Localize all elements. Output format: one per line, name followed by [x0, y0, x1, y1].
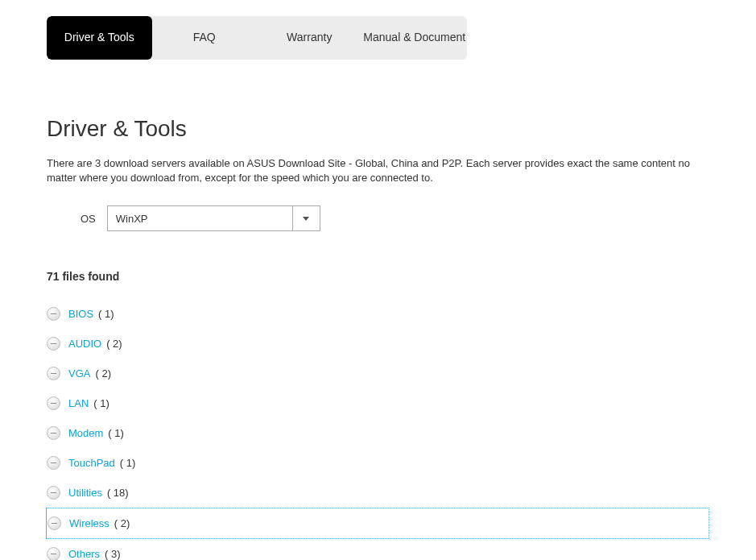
collapse-icon[interactable] — [47, 367, 60, 380]
category-count: ( 18) — [107, 487, 129, 499]
category-item-lan: LAN ( 1) — [47, 388, 709, 418]
tab-warranty[interactable]: Warranty — [257, 16, 362, 60]
tab-manual-document[interactable]: Manual & Document — [362, 16, 468, 60]
category-item-bios: BIOS ( 1) — [47, 299, 709, 329]
category-item-modem: Modem ( 1) — [47, 418, 709, 448]
collapse-icon[interactable] — [48, 516, 61, 530]
category-name[interactable]: Others — [68, 548, 100, 560]
category-item-audio: AUDIO ( 2) — [47, 329, 709, 359]
category-name[interactable]: Modem — [68, 427, 103, 439]
collapse-icon[interactable] — [47, 547, 60, 560]
category-name[interactable]: VGA — [68, 367, 90, 380]
category-item-utilities: Utilities ( 18) — [47, 478, 709, 508]
category-list: BIOS ( 1) AUDIO ( 2) VGA ( 2) LAN ( 1) M… — [47, 299, 709, 560]
category-count: ( 1) — [120, 457, 136, 469]
os-label: OS — [81, 213, 96, 225]
os-select[interactable]: WinXP — [107, 205, 320, 231]
category-item-vga: VGA ( 2) — [47, 359, 709, 388]
os-select-value: WinXP — [108, 206, 292, 230]
category-name[interactable]: TouchPad — [68, 457, 115, 469]
category-count: ( 3) — [105, 548, 121, 560]
category-item-wireless: Wireless ( 2) — [46, 508, 709, 539]
os-select-button[interactable] — [292, 206, 320, 230]
category-item-others: Others ( 3) — [47, 539, 709, 560]
description: There are 3 download servers available o… — [47, 156, 709, 187]
category-name[interactable]: BIOS — [68, 308, 93, 320]
os-row: OS WinXP — [81, 205, 709, 231]
category-count: ( 2) — [106, 338, 122, 350]
category-count: ( 1) — [108, 427, 124, 439]
files-found-label: 71 files found — [47, 270, 709, 283]
category-count: ( 2) — [114, 517, 130, 529]
collapse-icon[interactable] — [47, 337, 60, 351]
collapse-icon[interactable] — [47, 396, 60, 410]
tab-faq[interactable]: FAQ — [152, 16, 258, 60]
category-name[interactable]: Wireless — [69, 517, 109, 529]
collapse-icon[interactable] — [47, 486, 60, 500]
page-title: Driver & Tools — [47, 116, 709, 142]
category-count: ( 2) — [95, 367, 111, 380]
tab-driver-tools[interactable]: Driver & Tools — [47, 16, 152, 60]
tabs: Driver & Tools FAQ Warranty Manual & Doc… — [47, 16, 467, 60]
chevron-down-icon — [303, 217, 309, 221]
category-name[interactable]: AUDIO — [68, 338, 101, 350]
collapse-icon[interactable] — [47, 307, 60, 321]
collapse-icon[interactable] — [47, 456, 60, 470]
category-name[interactable]: Utilities — [68, 487, 102, 499]
category-name[interactable]: LAN — [68, 397, 89, 409]
collapse-icon[interactable] — [47, 426, 60, 440]
category-count: ( 1) — [98, 308, 114, 320]
category-item-touchpad: TouchPad ( 1) — [47, 448, 709, 478]
category-count: ( 1) — [93, 397, 109, 409]
